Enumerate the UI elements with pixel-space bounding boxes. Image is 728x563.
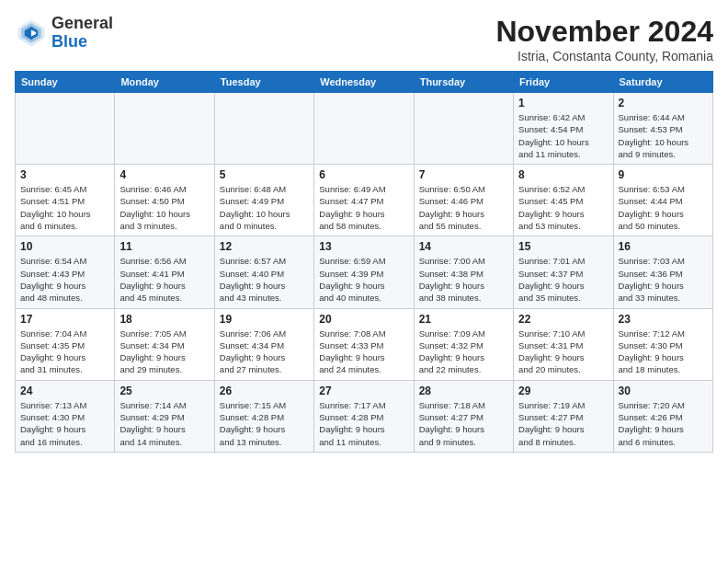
day-cell: 17Sunrise: 7:04 AM Sunset: 4:35 PM Dayli…	[16, 308, 115, 380]
day-cell: 2Sunrise: 6:44 AM Sunset: 4:53 PM Daylig…	[613, 93, 712, 165]
day-number: 5	[220, 168, 309, 181]
day-info: Sunrise: 6:48 AM Sunset: 4:49 PM Dayligh…	[220, 183, 309, 232]
day-number: 11	[119, 240, 209, 253]
day-cell: 5Sunrise: 6:48 AM Sunset: 4:49 PM Daylig…	[214, 165, 313, 236]
day-cell: 18Sunrise: 7:05 AM Sunset: 4:34 PM Dayli…	[115, 308, 214, 380]
col-header-wednesday: Wednesday	[314, 72, 414, 93]
month-title: November 2024	[495, 15, 713, 49]
day-info: Sunrise: 7:01 AM Sunset: 4:37 PM Dayligh…	[518, 255, 608, 304]
day-info: Sunrise: 7:08 AM Sunset: 4:33 PM Dayligh…	[319, 327, 408, 376]
day-number: 25	[119, 385, 209, 397]
day-cell: 22Sunrise: 7:10 AM Sunset: 4:31 PM Dayli…	[514, 308, 613, 380]
day-cell: 3Sunrise: 6:45 AM Sunset: 4:51 PM Daylig…	[16, 165, 115, 236]
day-number: 29	[518, 385, 608, 397]
day-cell	[16, 93, 115, 165]
location-title: Istria, Constanta County, Romania	[495, 49, 713, 63]
day-cell	[214, 93, 313, 165]
day-info: Sunrise: 7:14 AM Sunset: 4:29 PM Dayligh…	[119, 399, 209, 448]
day-number: 22	[518, 313, 608, 326]
col-header-saturday: Saturday	[613, 72, 712, 93]
day-cell: 19Sunrise: 7:06 AM Sunset: 4:34 PM Dayli…	[214, 308, 313, 380]
day-cell: 21Sunrise: 7:09 AM Sunset: 4:32 PM Dayli…	[414, 308, 513, 380]
day-cell: 26Sunrise: 7:15 AM Sunset: 4:28 PM Dayli…	[214, 380, 313, 452]
col-header-monday: Monday	[115, 72, 214, 93]
day-number: 7	[419, 168, 508, 181]
day-info: Sunrise: 7:15 AM Sunset: 4:28 PM Dayligh…	[220, 399, 309, 448]
day-info: Sunrise: 7:13 AM Sunset: 4:30 PM Dayligh…	[20, 399, 109, 448]
day-info: Sunrise: 6:45 AM Sunset: 4:51 PM Dayligh…	[20, 183, 109, 232]
day-info: Sunrise: 6:57 AM Sunset: 4:40 PM Dayligh…	[220, 255, 309, 304]
day-number: 8	[518, 168, 608, 181]
day-number: 24	[20, 385, 109, 397]
day-info: Sunrise: 6:44 AM Sunset: 4:53 PM Dayligh…	[619, 111, 708, 160]
day-number: 23	[619, 313, 708, 326]
day-number: 2	[619, 97, 708, 109]
day-cell: 7Sunrise: 6:50 AM Sunset: 4:46 PM Daylig…	[414, 165, 513, 236]
day-info: Sunrise: 7:18 AM Sunset: 4:27 PM Dayligh…	[419, 399, 508, 448]
day-number: 26	[220, 385, 309, 397]
day-info: Sunrise: 7:20 AM Sunset: 4:26 PM Dayligh…	[619, 399, 708, 448]
day-info: Sunrise: 7:06 AM Sunset: 4:34 PM Dayligh…	[220, 327, 309, 376]
logo: General Blue	[15, 15, 113, 52]
day-cell: 6Sunrise: 6:49 AM Sunset: 4:47 PM Daylig…	[314, 165, 414, 236]
day-cell: 8Sunrise: 6:52 AM Sunset: 4:45 PM Daylig…	[514, 165, 613, 236]
logo-icon	[15, 17, 48, 50]
day-number: 12	[220, 240, 309, 253]
calendar-table: SundayMondayTuesdayWednesdayThursdayFrid…	[15, 71, 713, 453]
day-cell: 14Sunrise: 7:00 AM Sunset: 4:38 PM Dayli…	[414, 236, 513, 308]
day-info: Sunrise: 7:04 AM Sunset: 4:35 PM Dayligh…	[20, 327, 109, 376]
day-number: 9	[619, 168, 708, 181]
day-info: Sunrise: 7:05 AM Sunset: 4:34 PM Dayligh…	[119, 327, 209, 376]
day-info: Sunrise: 6:46 AM Sunset: 4:50 PM Dayligh…	[119, 183, 209, 232]
day-cell: 11Sunrise: 6:56 AM Sunset: 4:41 PM Dayli…	[115, 236, 214, 308]
day-cell: 9Sunrise: 6:53 AM Sunset: 4:44 PM Daylig…	[613, 165, 712, 236]
day-number: 30	[619, 385, 708, 397]
day-info: Sunrise: 7:12 AM Sunset: 4:30 PM Dayligh…	[619, 327, 708, 376]
day-info: Sunrise: 6:53 AM Sunset: 4:44 PM Dayligh…	[619, 183, 708, 232]
day-number: 4	[119, 168, 209, 181]
day-number: 10	[20, 240, 109, 253]
day-cell: 15Sunrise: 7:01 AM Sunset: 4:37 PM Dayli…	[514, 236, 613, 308]
day-info: Sunrise: 7:09 AM Sunset: 4:32 PM Dayligh…	[419, 327, 508, 376]
day-info: Sunrise: 6:42 AM Sunset: 4:54 PM Dayligh…	[518, 111, 608, 160]
day-cell: 10Sunrise: 6:54 AM Sunset: 4:43 PM Dayli…	[16, 236, 115, 308]
day-number: 17	[20, 313, 109, 326]
day-number: 13	[319, 240, 408, 253]
day-number: 21	[419, 313, 508, 326]
day-number: 6	[319, 168, 408, 181]
week-row-4: 17Sunrise: 7:04 AM Sunset: 4:35 PM Dayli…	[16, 308, 713, 380]
day-cell: 28Sunrise: 7:18 AM Sunset: 4:27 PM Dayli…	[414, 380, 513, 452]
day-info: Sunrise: 6:54 AM Sunset: 4:43 PM Dayligh…	[20, 255, 109, 304]
day-info: Sunrise: 6:59 AM Sunset: 4:39 PM Dayligh…	[319, 255, 408, 304]
day-number: 16	[619, 240, 708, 253]
day-number: 3	[20, 168, 109, 181]
day-info: Sunrise: 6:49 AM Sunset: 4:47 PM Dayligh…	[319, 183, 408, 232]
day-cell: 25Sunrise: 7:14 AM Sunset: 4:29 PM Dayli…	[115, 380, 214, 452]
day-cell: 1Sunrise: 6:42 AM Sunset: 4:54 PM Daylig…	[514, 93, 613, 165]
day-number: 14	[419, 240, 508, 253]
col-header-friday: Friday	[514, 72, 613, 93]
day-info: Sunrise: 7:00 AM Sunset: 4:38 PM Dayligh…	[419, 255, 508, 304]
day-number: 15	[518, 240, 608, 253]
day-info: Sunrise: 6:56 AM Sunset: 4:41 PM Dayligh…	[119, 255, 209, 304]
day-number: 1	[518, 97, 608, 109]
title-area: November 2024 Istria, Constanta County, …	[495, 15, 713, 63]
col-header-sunday: Sunday	[16, 72, 115, 93]
day-number: 28	[419, 385, 508, 397]
day-cell: 16Sunrise: 7:03 AM Sunset: 4:36 PM Dayli…	[613, 236, 712, 308]
col-header-tuesday: Tuesday	[214, 72, 313, 93]
day-number: 18	[119, 313, 209, 326]
day-info: Sunrise: 7:19 AM Sunset: 4:27 PM Dayligh…	[518, 399, 608, 448]
day-info: Sunrise: 7:17 AM Sunset: 4:28 PM Dayligh…	[319, 399, 408, 448]
day-number: 19	[220, 313, 309, 326]
calendar-body: 1Sunrise: 6:42 AM Sunset: 4:54 PM Daylig…	[16, 93, 713, 453]
day-cell	[414, 93, 513, 165]
day-cell: 23Sunrise: 7:12 AM Sunset: 4:30 PM Dayli…	[613, 308, 712, 380]
week-row-3: 10Sunrise: 6:54 AM Sunset: 4:43 PM Dayli…	[16, 236, 713, 308]
day-cell: 12Sunrise: 6:57 AM Sunset: 4:40 PM Dayli…	[214, 236, 313, 308]
day-cell	[314, 93, 414, 165]
day-cell: 13Sunrise: 6:59 AM Sunset: 4:39 PM Dayli…	[314, 236, 414, 308]
day-cell: 30Sunrise: 7:20 AM Sunset: 4:26 PM Dayli…	[613, 380, 712, 452]
week-row-1: 1Sunrise: 6:42 AM Sunset: 4:54 PM Daylig…	[16, 93, 713, 165]
day-cell: 27Sunrise: 7:17 AM Sunset: 4:28 PM Dayli…	[314, 380, 414, 452]
